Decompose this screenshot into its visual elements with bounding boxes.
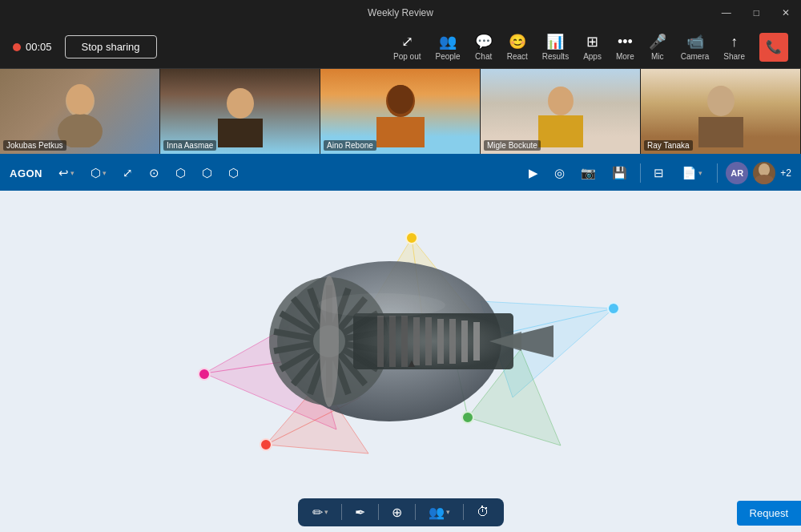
people-icon: 👥 xyxy=(439,33,457,50)
svg-rect-40 xyxy=(413,317,420,365)
react-icon: 😊 xyxy=(509,33,526,50)
apps-action[interactable]: ⊞ Apps xyxy=(583,33,602,61)
annotation-dot-red[interactable] xyxy=(260,438,272,451)
app-toolbar: AGON ↩ ▾ ⬡ ▾ ⤢ ⊙ ⬡ ⬡ ⬡ ▶ ◎ 📷 💾 ⊟ 📄 ▾ xyxy=(0,155,801,191)
target-icon: ⊙ xyxy=(149,166,159,180)
participant-tile-4[interactable]: Migle Bockute xyxy=(481,69,641,154)
svg-point-3 xyxy=(227,88,254,119)
annotation-dot-blue[interactable] xyxy=(607,302,620,315)
svg-rect-41 xyxy=(425,317,432,365)
participant-tile-5[interactable]: Ray Tanaka xyxy=(641,69,801,154)
bottom-tool-divider-3 xyxy=(415,504,416,520)
document-button[interactable]: 📄 ▾ xyxy=(675,163,709,183)
draw-tool-button[interactable]: ✏ ▾ xyxy=(308,503,333,522)
timer-icon: ⏱ xyxy=(477,505,489,519)
shape2-tool-button[interactable]: ⬡ xyxy=(169,163,192,183)
pen-tool-button[interactable]: ✒ xyxy=(350,503,370,522)
results-action[interactable]: 📊 Results xyxy=(542,33,569,61)
end-call-button[interactable]: 📞 xyxy=(759,33,788,62)
svg-rect-42 xyxy=(437,319,444,364)
svg-rect-11 xyxy=(698,117,743,147)
participant-tile-3[interactable]: Aino Rebone xyxy=(320,69,481,154)
undo-icon: ↩ xyxy=(58,166,69,180)
more-action[interactable]: ••• More xyxy=(616,34,634,61)
shape3-tool-button[interactable]: ⬡ xyxy=(195,163,219,183)
shape4-tool-button[interactable]: ⬡ xyxy=(222,163,245,183)
react-action[interactable]: 😊 React xyxy=(507,33,528,61)
svg-point-2 xyxy=(66,84,94,115)
minimize-button[interactable]: — xyxy=(717,6,736,20)
participant-name-3: Aino Rebone xyxy=(324,140,376,151)
pop-out-icon: ⤢ xyxy=(401,33,413,50)
cube-icon: ⬡ xyxy=(91,166,101,180)
svg-point-48 xyxy=(320,276,339,407)
request-button[interactable]: Request xyxy=(737,501,801,526)
svg-point-6 xyxy=(388,85,413,114)
recording-time: 00:05 xyxy=(26,41,52,53)
app-toolbar-right: ⊟ 📄 ▾ AR +2 xyxy=(647,162,791,184)
mic-action[interactable]: 🎤 Mic xyxy=(649,33,666,61)
participant-name-5: Ray Tanaka xyxy=(644,140,693,151)
panel-toggle-button[interactable]: ⊟ xyxy=(647,163,670,183)
annotation-dot-green[interactable] xyxy=(461,411,474,424)
annotation-dot-yellow[interactable] xyxy=(405,232,418,244)
svg-rect-44 xyxy=(461,320,468,362)
participant-tile-2[interactable]: Inna Aasmae xyxy=(160,69,320,154)
add-icon: ⊕ xyxy=(392,505,402,520)
stop-sharing-button[interactable]: Stop sharing xyxy=(65,35,157,58)
add-tool-button[interactable]: ⊕ xyxy=(387,503,407,522)
canvas-area: ▲ xyxy=(0,191,801,492)
participant-name-2: Inna Aasmae xyxy=(163,140,216,151)
results-icon: 📊 xyxy=(546,33,564,50)
undo-tool-button[interactable]: ↩ ▾ xyxy=(52,163,81,183)
document-icon: 📄 xyxy=(682,166,697,180)
bottom-tool-divider-1 xyxy=(341,504,342,520)
svg-point-8 xyxy=(548,87,574,115)
mic-icon: 🎤 xyxy=(649,33,666,50)
engine-model[interactable]: ▲ xyxy=(120,205,681,478)
title-bar: Weekly Review — □ ✕ xyxy=(0,0,801,26)
target-tool-button[interactable]: ⊙ xyxy=(143,163,166,183)
shape-tool-button[interactable]: ⬡ ▾ xyxy=(84,163,113,183)
shape-chevron-icon: ▾ xyxy=(103,169,107,177)
expand-icon: ⤢ xyxy=(123,166,133,180)
svg-rect-7 xyxy=(376,117,425,147)
save-button[interactable]: 💾 xyxy=(606,163,634,183)
svg-point-10 xyxy=(707,86,735,116)
people-action[interactable]: 👥 People xyxy=(436,33,461,61)
share-icon: ↑ xyxy=(731,34,738,50)
play-button[interactable]: ▶ xyxy=(522,163,545,183)
participant-name-1: Jokubas Petkus xyxy=(3,140,66,151)
svg-rect-39 xyxy=(401,316,408,367)
camera-capture-button[interactable]: 📷 xyxy=(574,163,602,183)
svg-rect-38 xyxy=(389,316,396,367)
engine-svg xyxy=(249,237,586,445)
annotation-dot-pink[interactable] xyxy=(198,368,211,381)
svg-rect-4 xyxy=(218,119,263,147)
draw-icon: ✏ xyxy=(312,505,323,520)
close-button[interactable]: ✕ xyxy=(777,6,795,20)
app-logo: AGON xyxy=(10,167,42,179)
chat-icon: 💬 xyxy=(475,33,493,50)
pop-out-action[interactable]: ⤢ Pop out xyxy=(393,33,421,61)
recording-dot xyxy=(13,43,21,51)
document-chevron-icon: ▾ xyxy=(698,169,702,177)
participant-tile-1[interactable]: Jokubas Petkus xyxy=(0,69,160,154)
users-tool-button[interactable]: 👥 ▾ xyxy=(424,503,455,522)
share-action[interactable]: ↑ Share xyxy=(723,34,745,61)
window-controls: — □ ✕ xyxy=(717,6,795,20)
svg-rect-37 xyxy=(377,316,384,367)
draw-chevron-icon: ▾ xyxy=(324,508,328,516)
chat-action[interactable]: 💬 Chat xyxy=(475,33,493,61)
expand-tool-button[interactable]: ⤢ xyxy=(116,163,139,183)
more-icon: ••• xyxy=(618,34,633,50)
apps-icon: ⊞ xyxy=(586,33,598,50)
annotate-button[interactable]: ◎ xyxy=(548,163,571,183)
users-chevron-icon: ▾ xyxy=(446,508,450,516)
shape3-icon: ⬡ xyxy=(202,166,212,180)
maximize-button[interactable]: □ xyxy=(749,6,764,20)
camera-action[interactable]: 📹 Camera xyxy=(681,33,710,61)
timer-tool-button[interactable]: ⏱ xyxy=(472,503,494,521)
toolbar-divider-2 xyxy=(717,163,718,183)
svg-rect-9 xyxy=(538,115,583,147)
